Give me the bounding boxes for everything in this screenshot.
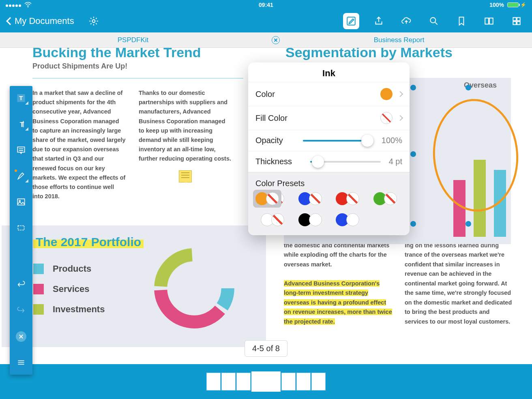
row-label: Color [255, 90, 380, 99]
preset-black-whitefill[interactable] [293, 213, 328, 226]
page-left: Bucking the Market Trend Product Shipmen… [0, 48, 266, 364]
page-indicator: 4-5 of 8 [245, 340, 287, 357]
book-icon [484, 16, 494, 26]
settings-button[interactable] [86, 13, 102, 29]
svg-text:T: T [19, 94, 23, 101]
preset-blue[interactable] [293, 192, 328, 205]
thickness-row: Thickness 4 pt [248, 151, 410, 172]
portfolio-panel: The 2017 Portfolio Products Services Inv… [2, 225, 266, 347]
row-label: Thickness [255, 157, 306, 166]
active-dot-icon [15, 169, 17, 172]
image-icon [16, 197, 26, 207]
svg-rect-5 [517, 17, 520, 21]
thumbnail-bar [0, 364, 532, 399]
bookmark-icon [456, 16, 467, 26]
status-bar: 09:41 100% ⚡ [0, 0, 532, 10]
close-toolbar-button[interactable] [13, 329, 29, 344]
freetext-tool[interactable]: T [13, 117, 29, 131]
donut-chart [148, 242, 241, 335]
page-subtitle: Product Shipments Are Up! [0, 62, 266, 71]
svg-rect-6 [513, 21, 516, 25]
page-thumbnail[interactable] [311, 373, 326, 390]
text-highlight-tool[interactable]: T [13, 91, 29, 105]
thickness-value: 4 pt [389, 157, 402, 166]
bookmark-button[interactable] [453, 13, 470, 29]
dashed-rect-icon [16, 223, 26, 233]
page-thumbnail[interactable] [206, 373, 221, 390]
share-icon [373, 16, 384, 26]
body-text: Thanks to our domestic partnerships with… [139, 88, 232, 201]
signal-icon [6, 2, 22, 8]
selection-tool[interactable] [13, 221, 29, 235]
annotation-selection[interactable] [413, 88, 523, 224]
undo-icon [16, 279, 26, 290]
current-page-thumbnails[interactable] [251, 371, 281, 392]
share-button[interactable] [371, 13, 387, 29]
color-row[interactable]: Color [248, 82, 410, 106]
annotate-button[interactable] [343, 13, 359, 29]
presets-header: Color Presets [248, 172, 410, 192]
grid-icon [511, 16, 522, 26]
opacity-value: 100% [382, 136, 402, 145]
opacity-slider[interactable] [303, 140, 373, 142]
highlighted-heading: The 2017 Portfolio [33, 240, 144, 248]
resize-handle[interactable] [466, 85, 471, 90]
reorder-button[interactable] [13, 355, 29, 370]
cloud-button[interactable] [398, 13, 414, 29]
tab-pspdfkit[interactable]: PSPDFKit [0, 32, 266, 47]
body-text: ing on the lessons learned during trance… [405, 241, 514, 326]
preset-blue-whitefill[interactable] [330, 213, 365, 226]
body-text: the domestic and continental markets whi… [284, 241, 393, 326]
preset-white[interactable] [255, 213, 290, 226]
preset-orange-selected[interactable] [253, 190, 281, 208]
svg-rect-7 [517, 21, 520, 25]
back-button[interactable]: My Documents [7, 16, 74, 26]
tab-label: Business Report [374, 36, 425, 44]
resize-handle[interactable] [410, 151, 416, 157]
page-title: Bucking the Market Trend [0, 48, 266, 60]
back-label: My Documents [15, 16, 74, 26]
svg-rect-4 [513, 17, 516, 21]
outline-button[interactable] [481, 13, 497, 29]
undo-button[interactable] [13, 277, 29, 292]
resize-handle[interactable] [466, 221, 471, 227]
search-button[interactable] [426, 13, 442, 29]
preset-green[interactable] [368, 192, 403, 205]
battery-text: 100% [489, 2, 504, 8]
image-tool[interactable] [13, 195, 29, 209]
no-fill-swatch [380, 112, 393, 124]
fill-color-row[interactable]: Fill Color [248, 106, 410, 130]
search-icon [429, 16, 439, 26]
svg-rect-17 [18, 226, 24, 230]
ink-tool[interactable] [13, 169, 29, 183]
tab-label: PSPDFKit [118, 36, 149, 44]
chevron-left-icon [6, 17, 14, 25]
thickness-slider[interactable] [310, 161, 381, 163]
page-thumbnail[interactable] [236, 373, 251, 390]
svg-point-0 [28, 6, 29, 8]
sticky-note-annotation[interactable] [179, 170, 192, 182]
svg-point-1 [92, 20, 95, 23]
svg-point-3 [430, 17, 435, 23]
note-icon [16, 145, 26, 155]
thumbnails-button[interactable] [508, 13, 525, 29]
close-tab-button[interactable] [272, 36, 280, 44]
page-title: Segmentation by Markets [266, 48, 532, 60]
resize-handle[interactable] [410, 221, 416, 227]
clock: 09:41 [178, 2, 355, 8]
close-icon [16, 331, 26, 342]
svg-rect-14 [17, 147, 24, 152]
preset-red[interactable] [330, 192, 365, 205]
redo-button[interactable] [13, 303, 29, 318]
chevron-right-icon [397, 91, 403, 97]
note-tool[interactable] [13, 143, 29, 157]
page-thumbnail[interactable] [296, 373, 311, 390]
resize-handle[interactable] [410, 85, 416, 90]
tab-business-report[interactable]: Business Report [266, 32, 532, 47]
page-thumbnail[interactable] [281, 373, 296, 390]
tab-bar: PSPDFKit Business Report [0, 32, 532, 48]
nav-bar: My Documents [0, 10, 532, 32]
page-thumbnail[interactable] [221, 373, 236, 390]
svg-rect-15 [17, 199, 24, 205]
cloud-upload-icon [401, 16, 412, 26]
